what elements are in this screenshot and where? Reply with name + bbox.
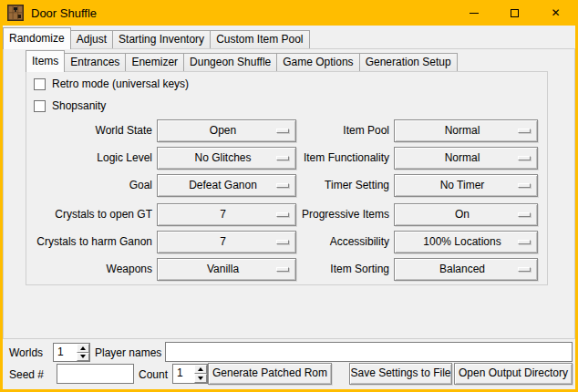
- spin-arrows: [194, 365, 207, 383]
- dropdown-value: No Timer: [395, 175, 537, 196]
- crystals-open-gt-dropdown[interactable]: 7: [157, 203, 296, 226]
- tab-starting-inventory[interactable]: Starting Inventory: [112, 30, 211, 48]
- timer-setting-label: Timer Setting: [296, 174, 394, 197]
- dropdown-value: 7: [158, 204, 295, 225]
- accessibility-label: Accessibility: [296, 231, 394, 253]
- item-functionality-label: Item Functionality: [296, 147, 394, 170]
- crystals-open-gt-label: Crystals to open GT: [29, 203, 157, 226]
- menu-indicator-icon: [276, 183, 289, 188]
- world-state-dropdown[interactable]: Open: [157, 119, 296, 142]
- dropdown-value: 7: [158, 232, 295, 253]
- world-state-label: World State: [29, 119, 157, 142]
- tab-randomize[interactable]: Randomize: [3, 27, 71, 49]
- count-spinbox[interactable]: 1: [172, 364, 208, 384]
- menu-indicator-icon: [518, 183, 531, 188]
- save-settings-button[interactable]: Save Settings to File: [349, 363, 452, 385]
- menu-indicator-icon: [276, 156, 289, 160]
- tab-custom-item-pool[interactable]: Custom Item Pool: [210, 30, 309, 48]
- window-title: Door Shuffle: [31, 6, 97, 20]
- tab-game-options[interactable]: Game Options: [276, 53, 359, 71]
- settings-row: Logic Level No Glitches Item Functionali…: [29, 147, 538, 170]
- app-door-icon: [7, 5, 24, 21]
- checkbox-icon[interactable]: [34, 100, 46, 112]
- dropdown-value: Vanilla: [158, 259, 295, 280]
- item-functionality-dropdown[interactable]: Normal: [394, 147, 538, 170]
- crystals-harm-ganon-dropdown[interactable]: 7: [157, 231, 296, 253]
- spin-up-icon[interactable]: [194, 365, 207, 374]
- progressive-items-dropdown[interactable]: On: [394, 203, 538, 226]
- settings-row: Goal Defeat Ganon Timer Setting No Timer: [29, 174, 538, 197]
- tab-entrances[interactable]: Entrances: [64, 53, 126, 71]
- dropdown-value: Balanced: [395, 259, 537, 280]
- settings-row: World State Open Item Pool Normal: [29, 119, 538, 142]
- item-pool-dropdown[interactable]: Normal: [394, 119, 538, 142]
- count-label: Count: [139, 366, 168, 384]
- item-sorting-label: Item Sorting: [296, 258, 394, 281]
- close-button[interactable]: ✕: [535, 0, 576, 26]
- item-pool-label: Item Pool: [296, 119, 394, 142]
- crystals-harm-ganon-label: Crystals to harm Ganon: [29, 231, 157, 253]
- tab-generation-setup[interactable]: Generation Setup: [359, 53, 458, 71]
- window-controls: ✕: [453, 0, 576, 26]
- spin-up-icon[interactable]: [77, 344, 89, 353]
- generate-patched-rom-button[interactable]: Generate Patched Rom: [208, 363, 332, 385]
- title-bar[interactable]: Door Shuffle ✕: [0, 0, 578, 26]
- progressive-items-label: Progressive Items: [296, 203, 394, 226]
- menu-indicator-icon: [518, 267, 531, 272]
- seed-label: Seed #: [9, 366, 44, 384]
- tab-enemizer[interactable]: Enemizer: [125, 53, 184, 71]
- goal-dropdown[interactable]: Defeat Ganon: [157, 174, 296, 197]
- spinbox-value: 1: [54, 344, 77, 361]
- open-output-directory-button[interactable]: Open Output Directory: [454, 363, 573, 385]
- worlds-spinbox[interactable]: 1: [53, 343, 90, 362]
- menu-indicator-icon: [276, 212, 289, 217]
- player-names-label: Player names: [95, 344, 161, 362]
- settings-row: Weapons Vanilla Item Sorting Balanced: [29, 258, 538, 281]
- player-names-input[interactable]: [165, 342, 573, 362]
- logic-level-dropdown[interactable]: No Glitches: [157, 147, 296, 170]
- seed-input[interactable]: [57, 364, 134, 384]
- weapons-label: Weapons: [29, 258, 157, 281]
- menu-indicator-icon: [518, 129, 531, 133]
- menu-indicator-icon: [276, 267, 289, 272]
- dropdown-value: On: [395, 204, 537, 225]
- minimize-icon: [470, 13, 479, 14]
- client-area: Randomize Adjust Starting Inventory Cust…: [3, 26, 575, 389]
- items-pane: Retro mode (universal keys) Shopsanity W…: [26, 71, 548, 285]
- logic-level-label: Logic Level: [29, 147, 157, 170]
- accessibility-dropdown[interactable]: 100% Locations: [394, 231, 538, 253]
- menu-indicator-icon: [518, 212, 531, 217]
- sub-tab-bar: Items Entrances Enemizer Dungeon Shuffle…: [26, 49, 458, 71]
- spin-arrows: [77, 344, 89, 361]
- tab-dungeon-shuffle[interactable]: Dungeon Shuffle: [183, 53, 277, 71]
- close-icon: ✕: [551, 7, 560, 18]
- settings-row: Crystals to harm Ganon 7 Accessibility 1…: [29, 231, 538, 253]
- menu-indicator-icon: [276, 129, 289, 133]
- spin-down-icon[interactable]: [194, 374, 207, 383]
- menu-indicator-icon: [518, 156, 531, 160]
- maximize-button[interactable]: [494, 0, 535, 26]
- goal-label: Goal: [29, 174, 157, 197]
- settings-row: Crystals to open GT 7 Progressive Items …: [29, 203, 538, 226]
- retro-mode-checkbox[interactable]: Retro mode (universal keys): [34, 77, 189, 91]
- app-window: Door Shuffle ✕ Randomize Adjust Starting…: [0, 0, 578, 392]
- worlds-label: Worlds: [9, 344, 43, 362]
- checkbox-icon[interactable]: [34, 78, 46, 90]
- checkbox-label: Shopsanity: [52, 99, 106, 112]
- minimize-button[interactable]: [453, 0, 494, 26]
- dropdown-value: Open: [158, 120, 295, 141]
- checkbox-label: Retro mode (universal keys): [52, 77, 189, 90]
- weapons-dropdown[interactable]: Vanilla: [157, 258, 296, 281]
- dropdown-value: No Glitches: [158, 148, 295, 169]
- tab-adjust[interactable]: Adjust: [70, 30, 113, 48]
- spin-down-icon[interactable]: [77, 353, 89, 362]
- tab-items[interactable]: Items: [26, 50, 65, 72]
- shopsanity-checkbox[interactable]: Shopsanity: [34, 98, 106, 113]
- menu-indicator-icon: [276, 240, 289, 244]
- dropdown-value: Defeat Ganon: [158, 175, 295, 196]
- spinbox-value: 1: [173, 365, 194, 383]
- dropdown-value: 100% Locations: [395, 232, 537, 253]
- item-sorting-dropdown[interactable]: Balanced: [394, 258, 538, 281]
- timer-setting-dropdown[interactable]: No Timer: [394, 174, 538, 197]
- maximize-icon: [511, 9, 519, 17]
